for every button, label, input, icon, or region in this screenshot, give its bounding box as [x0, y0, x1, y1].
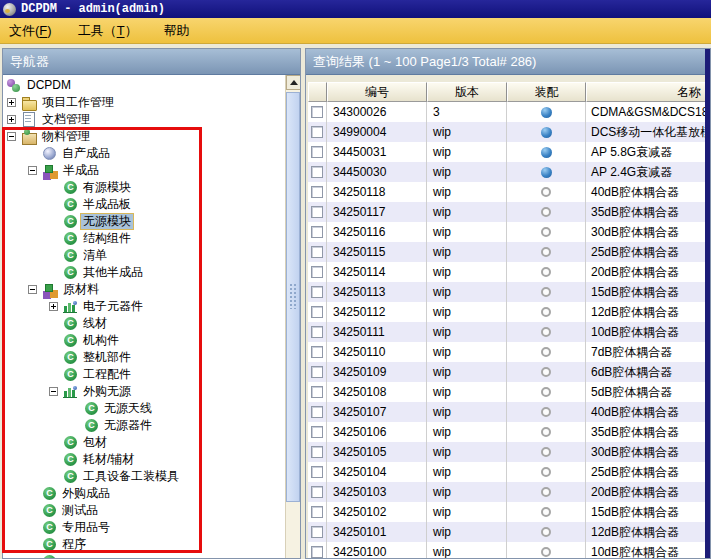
table-row[interactable]: 34450030wipAP 2.4G衰减器	[308, 162, 710, 182]
tree-item[interactable]: 无源天线	[3, 400, 284, 417]
row-checkbox[interactable]	[311, 266, 323, 278]
column-header-version[interactable]: 版本	[427, 82, 507, 102]
tree-item[interactable]: 半成品	[3, 162, 284, 179]
select-column-header[interactable]	[308, 82, 327, 102]
table-row[interactable]: 34250110wip7dB腔体耦合器	[308, 342, 710, 362]
clipped-right-scrollbar[interactable]	[705, 49, 710, 558]
tree-item[interactable]: 半成品板	[3, 196, 284, 213]
tree-item[interactable]: 有源模块	[3, 179, 284, 196]
tree-item[interactable]	[3, 553, 284, 558]
table-row[interactable]: 34250117wip35dB腔体耦合器	[308, 202, 710, 222]
row-checkbox[interactable]	[311, 386, 323, 398]
nav-scrollbar[interactable]	[285, 75, 300, 558]
minus-expander-icon[interactable]	[49, 387, 58, 396]
row-checkbox[interactable]	[311, 326, 323, 338]
menu-item-file[interactable]: 文件(F)	[9, 22, 52, 40]
table-row[interactable]: 34250109wip6dB腔体耦合器	[308, 362, 710, 382]
menu-item-tools[interactable]: 工具（T）	[78, 22, 138, 40]
tree-item[interactable]: 其他半成品	[3, 264, 284, 281]
table-row[interactable]: 34250107wip40dB腔体耦合器	[308, 402, 710, 422]
tree-item[interactable]: 电子元器件	[3, 298, 284, 315]
table-row[interactable]: 34450031wipAP 5.8G衰减器	[308, 142, 710, 162]
table-row[interactable]: 34250106wip35dB腔体耦合器	[308, 422, 710, 442]
table-row[interactable]: 34250115wip25dB腔体耦合器	[308, 242, 710, 262]
table-row[interactable]: 34250102wip15dB腔体耦合器	[308, 502, 710, 522]
tree-item[interactable]: 无源模块	[3, 213, 284, 230]
tree-item[interactable]: 结构组件	[3, 230, 284, 247]
table-row[interactable]: 34250108wip5dB腔体耦合器	[308, 382, 710, 402]
plus-expander-icon[interactable]	[49, 302, 58, 311]
row-checkbox[interactable]	[311, 166, 323, 178]
row-checkbox[interactable]	[311, 126, 323, 138]
table-row[interactable]: 34250116wip30dB腔体耦合器	[308, 222, 710, 242]
table-row[interactable]: 34250105wip30dB腔体耦合器	[308, 442, 710, 462]
tree-item[interactable]: 项目工作管理	[3, 94, 284, 111]
tree-item[interactable]: 机构件	[3, 332, 284, 349]
tree-item[interactable]: 工程配件	[3, 366, 284, 383]
minus-expander-icon[interactable]	[28, 166, 37, 175]
table-row[interactable]: 34250113wip15dB腔体耦合器	[308, 282, 710, 302]
row-checkbox[interactable]	[311, 466, 323, 478]
table-row[interactable]: 34250114wip20dB腔体耦合器	[308, 262, 710, 282]
row-checkbox[interactable]	[311, 106, 323, 118]
row-checkbox[interactable]	[311, 306, 323, 318]
tree-item[interactable]: 包材	[3, 434, 284, 451]
row-checkbox[interactable]	[311, 446, 323, 458]
menu-item-help[interactable]: 帮助	[164, 22, 190, 40]
row-checkbox[interactable]	[311, 526, 323, 538]
scroll-up-button[interactable]	[286, 75, 300, 90]
table-row[interactable]: 34250112wip12dB腔体耦合器	[308, 302, 710, 322]
column-header-name[interactable]: 名称	[586, 82, 710, 102]
table-row[interactable]: 34250103wip20dB腔体耦合器	[308, 482, 710, 502]
row-checkbox[interactable]	[311, 246, 323, 258]
row-checkbox[interactable]	[311, 186, 323, 198]
row-checkbox[interactable]	[311, 146, 323, 158]
tree-item[interactable]: 自产成品	[3, 145, 284, 162]
tree-item-label: DCPDM	[25, 78, 73, 93]
tree-item[interactable]: 外购无源	[3, 383, 284, 400]
tree-item[interactable]: 原材料	[3, 281, 284, 298]
part-number-cell: 34250113	[327, 282, 427, 302]
tree-item[interactable]: 无源器件	[3, 417, 284, 434]
table-row[interactable]: 34250118wip40dB腔体耦合器	[308, 182, 710, 202]
row-checkbox[interactable]	[311, 406, 323, 418]
assembled-empty-icon	[541, 387, 551, 397]
tree-item[interactable]: 线材	[3, 315, 284, 332]
tree-item[interactable]: DCPDM	[3, 77, 284, 94]
tree-item[interactable]: 工具设备工装模具	[3, 468, 284, 485]
tree-item[interactable]: 专用品号	[3, 519, 284, 536]
table-row[interactable]: 34250111wip10dB腔体耦合器	[308, 322, 710, 342]
column-header-number[interactable]: 编号	[327, 82, 427, 102]
tree-item[interactable]: 物料管理	[3, 128, 284, 145]
table-row[interactable]: 343000263CDMA&GSM&DCS1800	[308, 102, 710, 122]
tree-item[interactable]: 清单	[3, 247, 284, 264]
tree-item[interactable]: 整机部件	[3, 349, 284, 366]
plus-expander-icon[interactable]	[7, 98, 16, 107]
tree-item[interactable]: 耗材/辅材	[3, 451, 284, 468]
row-checkbox[interactable]	[311, 286, 323, 298]
row-checkbox[interactable]	[311, 486, 323, 498]
column-header-assembly[interactable]: 装配	[507, 82, 586, 102]
row-checkbox[interactable]	[311, 346, 323, 358]
minus-expander-icon[interactable]	[7, 132, 16, 141]
tree-item[interactable]: 测试品	[3, 502, 284, 519]
plus-expander-icon[interactable]	[7, 115, 16, 124]
tree-item[interactable]: 程序	[3, 536, 284, 553]
row-checkbox[interactable]	[311, 546, 323, 558]
table-row[interactable]: 34990004wipDCS移动一体化基放模块	[308, 122, 710, 142]
green-c-icon	[64, 334, 77, 347]
assembly-cell	[507, 102, 586, 122]
minus-expander-icon[interactable]	[28, 285, 37, 294]
table-row[interactable]: 34250100wip10dB腔体耦合器	[308, 542, 710, 558]
app-cluster-icon	[6, 78, 21, 93]
row-checkbox[interactable]	[311, 426, 323, 438]
scrollbar-thumb[interactable]	[286, 92, 300, 502]
tree-item[interactable]: 外购成品	[3, 485, 284, 502]
row-checkbox[interactable]	[311, 226, 323, 238]
row-checkbox[interactable]	[311, 206, 323, 218]
tree-item[interactable]: 文档管理	[3, 111, 284, 128]
table-row[interactable]: 34250104wip25dB腔体耦合器	[308, 462, 710, 482]
row-checkbox[interactable]	[311, 366, 323, 378]
table-row[interactable]: 34250101wip12dB腔体耦合器	[308, 522, 710, 542]
row-checkbox[interactable]	[311, 506, 323, 518]
